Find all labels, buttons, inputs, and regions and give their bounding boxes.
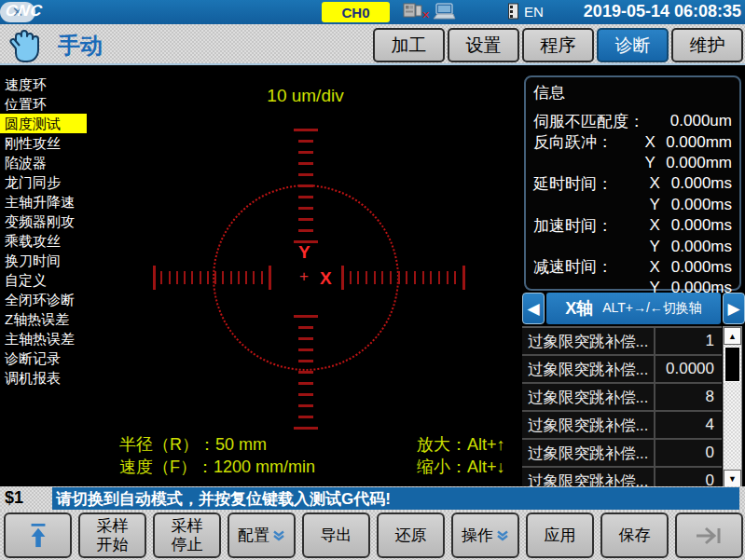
sample-start-button[interactable]: 采样 开始 — [78, 512, 146, 558]
softkey-label: 还原 — [395, 526, 427, 545]
sidebar-item[interactable]: 主轴热误差 — [0, 329, 87, 348]
status-bar: $1 请切换到自动模式，并按复位键载入测试G代码! — [0, 486, 745, 511]
sidebar-item[interactable]: 调机报表 — [0, 368, 87, 388]
channel-indicator: $1 — [5, 488, 23, 508]
param-name: 过象限突跳补偿... — [522, 468, 655, 488]
mode-bar: 手动 加工 设置 程序 诊断 维护 — [0, 24, 745, 65]
tab-settings[interactable]: 设置 — [448, 28, 519, 62]
info-row: Y 0.000ms — [533, 236, 732, 256]
graticule-tick — [200, 271, 201, 284]
info-value: 0.000ms — [671, 216, 732, 235]
current-axis-label: X轴 — [565, 297, 593, 320]
info-value: 0.000mm — [666, 133, 732, 152]
sidebar-item[interactable]: 主轴升降速 — [0, 192, 87, 212]
graticule-tick — [406, 271, 407, 284]
graticule-tick — [374, 271, 376, 284]
scroll-up-button[interactable]: ▲ — [724, 327, 741, 345]
info-row: 伺服不匹配度： 0.000um — [533, 111, 732, 131]
sidebar-item[interactable]: Z轴热误差 — [0, 309, 87, 329]
tab-maintenance[interactable]: 维护 — [671, 28, 743, 62]
sidebar-item[interactable]: 自定义 — [0, 270, 87, 290]
graticule-tick — [214, 271, 216, 284]
tab-diagnosis[interactable]: 诊断 — [597, 28, 669, 62]
sidebar-item[interactable]: 刚性攻丝 — [0, 133, 87, 153]
sidebar-item[interactable]: 速度环 — [0, 75, 87, 94]
graticule-tick — [341, 266, 344, 290]
param-value[interactable]: 0 — [655, 440, 722, 466]
graticule-tick — [176, 271, 178, 284]
graticule-tick — [298, 393, 313, 396]
param-name: 过象限突跳补偿... — [522, 412, 655, 438]
sidebar-item[interactable]: 诊断记录 — [0, 348, 87, 368]
chevron-down-icon — [272, 530, 285, 541]
sample-stop-button[interactable]: 采样 停止 — [153, 512, 221, 558]
pc-connection-icon — [431, 3, 457, 21]
parameter-table: 过象限突跳补偿... 1 过象限突跳补偿... 0.0000 过象限突跳补偿..… — [522, 326, 722, 488]
softkey-bar: 采样 开始 采样 停止 配置 导出 还原 操作 — [0, 511, 745, 560]
param-value[interactable]: 1 — [655, 328, 722, 354]
table-row[interactable]: 过象限突跳补偿... 1 — [522, 328, 722, 356]
info-panel-title: 信息 — [533, 82, 732, 103]
save-button[interactable]: 保存 — [600, 512, 669, 558]
next-page-button[interactable] — [675, 512, 743, 558]
graticule-tick — [298, 229, 313, 232]
sidebar-item[interactable]: 位置环 — [0, 94, 87, 114]
graticule-tick — [153, 266, 156, 290]
param-value[interactable]: 4 — [655, 412, 722, 438]
export-button[interactable]: 导出 — [302, 512, 370, 558]
table-row[interactable]: 过象限突跳补偿... 8 — [522, 384, 722, 412]
io-module-icon — [508, 3, 518, 20]
sidebar-item[interactable]: 龙门同步 — [0, 172, 87, 192]
graticule-tick — [238, 271, 240, 284]
graticule-tick — [184, 271, 186, 284]
info-axis: X — [634, 133, 666, 152]
sidebar-item[interactable]: 换刀时间 — [0, 251, 87, 270]
info-axis: X — [639, 258, 671, 277]
zoom-in-hint: 放大：Alt+↑ — [417, 433, 505, 456]
scroll-down-button[interactable]: ▼ — [724, 470, 741, 487]
graticule-tick — [462, 266, 465, 290]
table-row[interactable]: 过象限突跳补偿... 0 — [522, 440, 722, 468]
graticule-tick — [298, 173, 313, 176]
graticule-tick — [222, 271, 224, 284]
sidebar-item[interactable]: 变频器刚攻 — [0, 212, 87, 231]
tab-machining[interactable]: 加工 — [373, 28, 445, 62]
restore-button[interactable]: 还原 — [377, 512, 445, 558]
graticule-tick — [381, 271, 383, 284]
graticule-tick — [298, 196, 313, 198]
graticule-tick — [207, 271, 209, 284]
table-scrollbar[interactable]: ▲ ▼ — [723, 326, 742, 488]
status-message-box: 请切换到自动模式，并按复位键载入测试G代码! — [52, 487, 739, 510]
sidebar-item-selected[interactable]: 圆度测试 — [0, 114, 87, 133]
softkey-label: 采样 — [172, 517, 203, 536]
sidebar-item[interactable]: 全闭环诊断 — [0, 290, 87, 309]
graticule-tick — [298, 337, 313, 340]
param-value[interactable]: 0.0000 — [655, 356, 722, 382]
graticule-tick — [245, 271, 247, 284]
prev-axis-button[interactable]: ◀ — [522, 293, 545, 324]
table-row[interactable]: 过象限突跳补偿... 4 — [522, 412, 722, 440]
language-label[interactable]: EN — [524, 4, 544, 20]
cnc-hmi-window: CNC CH0 ✕ ✕ EN 2019-05-14 06:08:35 — [0, 0, 745, 560]
table-row[interactable]: 过象限突跳补偿... 0 — [522, 468, 722, 488]
sidebar-item[interactable]: 乘载攻丝 — [0, 231, 87, 251]
softkey-label: 采样 — [97, 517, 129, 536]
apply-button[interactable]: 应用 — [526, 512, 594, 558]
operate-button[interactable]: 操作 — [451, 512, 519, 558]
config-button[interactable]: 配置 — [228, 512, 296, 558]
param-value[interactable]: 0 — [655, 468, 722, 488]
info-value: 0.000ms — [671, 258, 732, 277]
scrollbar-thumb[interactable] — [724, 347, 740, 382]
graticule-tick — [298, 326, 313, 329]
graticule-tick — [191, 271, 193, 284]
table-row[interactable]: 过象限突跳补偿... 0.0000 — [522, 356, 722, 384]
softkey-label: 保存 — [619, 526, 651, 545]
info-label: 反向跃冲： — [533, 131, 634, 153]
param-value[interactable]: 8 — [655, 384, 722, 410]
info-row: 反向跃冲： X 0.000mm — [533, 131, 732, 152]
next-axis-button[interactable]: ▶ — [723, 293, 745, 324]
tab-program[interactable]: 程序 — [522, 28, 594, 62]
return-button[interactable] — [4, 512, 72, 558]
graticule-tick — [298, 151, 313, 154]
sidebar-item[interactable]: 陷波器 — [0, 153, 87, 172]
